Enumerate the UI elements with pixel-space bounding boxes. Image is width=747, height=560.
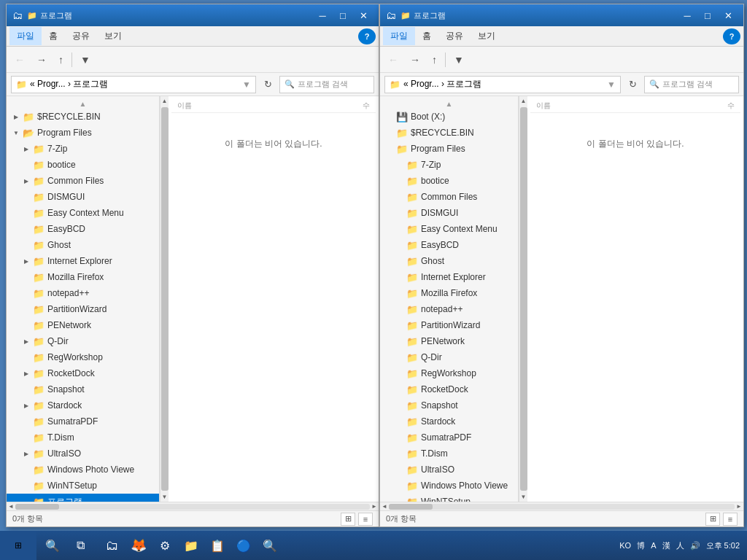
sidebar-item-tdism2[interactable]: 📁T.Dism: [380, 446, 518, 462]
expand-icon-ultraiso[interactable]: ▶: [20, 447, 33, 460]
sidebar-item-regwork2[interactable]: 📁RegWorkshop: [380, 365, 518, 381]
close-button-right[interactable]: ✕: [719, 7, 738, 23]
h-scrollbar-right[interactable]: ◄ ►: [380, 502, 743, 510]
taskbar-search2-btn[interactable]: 🔍: [257, 532, 283, 559]
sidebar-item-winnt2[interactable]: 📁WinNTSetup: [380, 494, 518, 502]
sidebar-item-commonfiles[interactable]: ▶📁Common Files: [7, 173, 159, 189]
sidebar-item-snapshot2[interactable]: 📁Snapshot: [380, 397, 518, 413]
menu-home-right[interactable]: 홈: [415, 27, 438, 45]
sidebar-item-winphoto[interactable]: 📁Windows Photo Viewe: [7, 462, 159, 478]
close-button-left[interactable]: ✕: [354, 7, 373, 23]
sidebar-item-tdism[interactable]: 📁T.Dism: [7, 429, 159, 446]
sidebar-item-recycle[interactable]: ▶📁$RECYCLE.BIN: [7, 109, 159, 125]
scroll-thumb-left[interactable]: [161, 107, 169, 491]
sidebar-scrollbar-left[interactable]: ▲ ▼: [160, 96, 169, 502]
scroll-down-btn-left[interactable]: ▼: [160, 492, 169, 502]
sidebar-item-program[interactable]: 📁프로그램: [7, 494, 159, 502]
taskbar-settings-btn[interactable]: ⚙: [152, 532, 178, 559]
expand-icon-qdir[interactable]: ▶: [20, 335, 33, 348]
sidebar-item-partitionwizard2[interactable]: 📁PartitionWizard: [380, 317, 518, 333]
sidebar-item-qdir[interactable]: ▶📁Q-Dir: [7, 333, 159, 349]
back-button-left[interactable]: ←: [9, 50, 30, 70]
start-button[interactable]: ⊞: [0, 531, 36, 560]
grid-view-btn-right[interactable]: ⊞: [705, 513, 720, 526]
sidebar-item-recycle2[interactable]: 📁$RECYCLE.BIN: [380, 125, 518, 141]
sidebar-item-stardock2[interactable]: 📁Stardock: [380, 413, 518, 429]
sidebar-item-sumatrapdf[interactable]: 📁SumatraPDF: [7, 413, 159, 429]
forward-button-right[interactable]: →: [405, 50, 425, 70]
taskbar-taskview-btn[interactable]: ⧉: [67, 532, 93, 559]
scroll-up-btn-left[interactable]: ▲: [160, 96, 169, 106]
sidebar-item-ghost[interactable]: 📁Ghost: [7, 237, 159, 253]
sidebar-item-easybcd2[interactable]: 📁EasyBCD: [380, 237, 518, 253]
sidebar-item-commonfiles2[interactable]: 📁Common Files: [380, 189, 518, 205]
taskbar-search-btn[interactable]: 🔍: [39, 532, 66, 559]
sidebar-item-ie2[interactable]: 📁Internet Explorer: [380, 269, 518, 285]
sidebar-item-regwork[interactable]: 📁RegWorkshop: [7, 349, 159, 365]
sidebar-item-ultraiso2[interactable]: 📁UltraISO: [380, 462, 518, 478]
menu-file-right[interactable]: 파일: [383, 27, 415, 45]
sidebar-item-snapshot[interactable]: 📁Snapshot: [7, 381, 159, 397]
list-view-btn-left[interactable]: ≡: [358, 513, 373, 526]
scroll-thumb-right[interactable]: [520, 107, 527, 491]
sidebar-item-dismgui2[interactable]: 📁DISMGUI: [380, 205, 518, 221]
sidebar-item-easycm[interactable]: 📁Easy Context Menu: [7, 205, 159, 221]
sidebar-item-winphoto2[interactable]: 📁Windows Photo Viewe: [380, 478, 518, 494]
sidebar-item-ghost2[interactable]: 📁Ghost: [380, 253, 518, 269]
h-scroll-thumb-right[interactable]: [389, 504, 433, 510]
menu-view-left[interactable]: 보기: [97, 27, 129, 45]
sidebar-item-ultraiso[interactable]: ▶📁UltraISO: [7, 446, 159, 462]
expand-icon-7zip[interactable]: ▶: [20, 142, 33, 155]
refresh-button-left[interactable]: ↻: [259, 76, 276, 93]
menu-share-right[interactable]: 공유: [438, 27, 471, 45]
sidebar-item-rocketdock2[interactable]: 📁RocketDock: [380, 381, 518, 397]
refresh-button-right[interactable]: ↻: [624, 76, 641, 93]
sidebar-item-firefox2[interactable]: 📁Mozilla Firefox: [380, 285, 518, 301]
sidebar-item-easybcd[interactable]: 📁EasyBCD: [7, 221, 159, 237]
expand-icon-progfiles[interactable]: ▼: [9, 126, 23, 139]
sidebar-item-firefox[interactable]: 📁Mozilla Firefox: [7, 269, 159, 285]
taskbar-clipboard-btn[interactable]: 📋: [204, 532, 231, 559]
expand-icon-rocketdock[interactable]: ▶: [20, 367, 33, 380]
menu-share-left[interactable]: 공유: [65, 27, 97, 45]
back-button-right[interactable]: ←: [383, 50, 403, 70]
sidebar-scrollbar-right[interactable]: ▲ ▼: [519, 96, 527, 502]
sidebar-item-7zip2[interactable]: 📁7-Zip: [380, 157, 518, 173]
scroll-down-btn-right[interactable]: ▼: [519, 492, 528, 502]
minimize-button-left[interactable]: ─: [313, 7, 332, 23]
expand-icon-stardock[interactable]: ▶: [20, 399, 33, 412]
sidebar-item-easycm2[interactable]: 📁Easy Context Menu: [380, 221, 518, 237]
search-box-right[interactable]: 🔍 프로그램 검색: [644, 76, 739, 93]
up-button-left[interactable]: ↑: [53, 50, 69, 70]
grid-view-btn-left[interactable]: ⊞: [341, 513, 355, 526]
sidebar-item-progfiles[interactable]: ▼📂Program Files: [7, 125, 159, 141]
h-scroll-thumb-left[interactable]: [15, 504, 59, 510]
sidebar-item-dismgui[interactable]: 📁DISMGUI: [7, 189, 159, 205]
maximize-button-left[interactable]: □: [333, 7, 352, 23]
help-button-left[interactable]: ?: [358, 28, 376, 44]
sidebar-item-penet2[interactable]: 📁PENetwork: [380, 333, 518, 349]
up-button-right[interactable]: ↑: [427, 50, 442, 70]
list-view-btn-right[interactable]: ≡: [723, 513, 738, 526]
breadcrumb-right[interactable]: 📁 « Progr... › 프로그램 ▼: [384, 76, 621, 93]
scroll-right-btn-right[interactable]: ►: [736, 503, 742, 510]
forward-button-left[interactable]: →: [31, 50, 52, 70]
sidebar-item-progfiles2[interactable]: 📁Program Files: [380, 141, 518, 157]
maximize-button-right[interactable]: □: [698, 7, 717, 23]
recent-button-right[interactable]: ▼: [449, 50, 469, 70]
minimize-button-right[interactable]: ─: [678, 7, 697, 23]
scroll-left-btn-right[interactable]: ◄: [382, 503, 387, 510]
sidebar-item-7zip[interactable]: ▶📁7-Zip: [7, 141, 159, 157]
sidebar-item-notepadpp2[interactable]: 📁notepad++: [380, 301, 518, 317]
recent-button-left[interactable]: ▼: [75, 50, 96, 70]
taskbar-firefox-btn[interactable]: 🦊: [125, 532, 152, 559]
expand-icon-commonfiles[interactable]: ▶: [20, 174, 33, 187]
sidebar-item-winnt[interactable]: 📁WinNTSetup: [7, 478, 159, 494]
taskbar-folder-btn[interactable]: 📁: [178, 532, 204, 559]
menu-view-right[interactable]: 보기: [471, 27, 503, 45]
sidebar-item-bootice[interactable]: 📁bootice: [7, 157, 159, 173]
sidebar-item-qdir2[interactable]: 📁Q-Dir: [380, 349, 518, 365]
expand-icon-recycle[interactable]: ▶: [9, 110, 23, 123]
expand-icon-ie[interactable]: ▶: [20, 254, 33, 268]
sidebar-item-bootice2[interactable]: 📁bootice: [380, 173, 518, 189]
